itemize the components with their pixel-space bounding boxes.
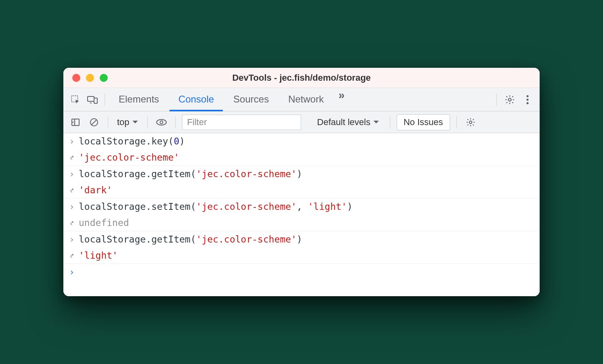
divider bbox=[108, 116, 108, 128]
divider bbox=[147, 116, 148, 128]
token-string: 'jec.color-scheme' bbox=[196, 169, 297, 179]
chevron-down-icon bbox=[132, 120, 138, 125]
console-line-content: 'jec.color-scheme' bbox=[79, 152, 179, 163]
tab-elements[interactable]: Elements bbox=[110, 88, 168, 111]
tab-sources[interactable]: Sources bbox=[224, 88, 278, 111]
divider bbox=[175, 116, 176, 128]
clear-console-icon[interactable] bbox=[87, 115, 101, 130]
svg-point-10 bbox=[160, 121, 163, 123]
console-input-row: ›localStorage.getItem('jec.color-scheme'… bbox=[63, 231, 540, 247]
output-chevron-icon: ‹● bbox=[69, 185, 79, 195]
token-default: , bbox=[297, 201, 308, 212]
token-default: ) bbox=[347, 201, 353, 212]
context-label: top bbox=[117, 117, 130, 128]
token-default: ) bbox=[179, 136, 185, 146]
titlebar: DevTools - jec.fish/demo/storage bbox=[63, 68, 540, 88]
svg-point-4 bbox=[526, 95, 528, 97]
token-default: ) bbox=[297, 169, 302, 179]
console-input-row: ›localStorage.setItem('jec.color-scheme'… bbox=[63, 199, 540, 215]
token-default: localStorage.key( bbox=[79, 136, 174, 146]
console-output[interactable]: ›localStorage.key(0)‹●'jec.color-scheme'… bbox=[63, 133, 540, 280]
levels-label: Default levels bbox=[317, 117, 371, 128]
kebab-menu-icon[interactable] bbox=[520, 92, 535, 107]
input-chevron-icon: › bbox=[69, 136, 79, 146]
console-settings-icon[interactable] bbox=[463, 115, 478, 130]
input-chevron-icon: › bbox=[69, 234, 79, 245]
settings-icon[interactable] bbox=[502, 92, 517, 107]
window-title: DevTools - jec.fish/demo/storage bbox=[63, 73, 540, 83]
console-line-content: localStorage.getItem('jec.color-scheme') bbox=[79, 234, 302, 245]
svg-point-6 bbox=[526, 102, 528, 104]
svg-point-3 bbox=[509, 98, 511, 101]
main-tabbar: Elements Console Sources Network » bbox=[63, 88, 540, 111]
output-chevron-icon: ‹● bbox=[69, 152, 79, 163]
close-window-button[interactable] bbox=[72, 74, 80, 82]
issues-button[interactable]: No Issues bbox=[397, 114, 450, 130]
more-tabs-icon[interactable]: » bbox=[334, 88, 349, 103]
token-undef: undefined bbox=[79, 218, 129, 228]
console-output-row: ‹●undefined bbox=[63, 215, 540, 231]
tabbar-actions bbox=[494, 92, 535, 107]
live-expression-icon[interactable] bbox=[154, 115, 169, 130]
console-output-row: ‹●'light' bbox=[63, 247, 540, 264]
token-default: localStorage.setItem( bbox=[79, 201, 196, 212]
devtools-window: DevTools - jec.fish/demo/storage Element… bbox=[63, 68, 540, 296]
context-selector[interactable]: top bbox=[115, 115, 141, 129]
console-line-content: undefined bbox=[79, 218, 129, 228]
console-input-row: ›localStorage.key(0) bbox=[63, 133, 540, 149]
maximize-window-button[interactable] bbox=[100, 74, 108, 82]
token-string: 'light' bbox=[79, 250, 118, 261]
svg-point-11 bbox=[469, 121, 471, 123]
divider bbox=[456, 116, 457, 128]
token-default: ) bbox=[297, 234, 302, 245]
console-output-row: ‹●'jec.color-scheme' bbox=[63, 149, 540, 166]
token-string: 'jec.color-scheme' bbox=[196, 201, 297, 212]
token-string: 'light' bbox=[308, 201, 347, 212]
token-string: 'jec.color-scheme' bbox=[79, 152, 179, 163]
log-levels-selector[interactable]: Default levels bbox=[313, 115, 383, 129]
token-string: 'jec.color-scheme' bbox=[196, 234, 297, 245]
divider bbox=[105, 94, 105, 106]
prompt-chevron-icon: › bbox=[69, 267, 79, 277]
svg-rect-1 bbox=[88, 96, 94, 101]
device-mode-icon[interactable] bbox=[85, 92, 100, 107]
console-input-row: ›localStorage.getItem('jec.color-scheme'… bbox=[63, 166, 540, 182]
tab-network[interactable]: Network bbox=[279, 88, 333, 111]
traffic-lights bbox=[72, 74, 108, 82]
sidebar-toggle-icon[interactable] bbox=[68, 115, 83, 130]
input-chevron-icon: › bbox=[69, 201, 79, 212]
token-num: 0 bbox=[174, 136, 179, 146]
svg-point-5 bbox=[526, 98, 528, 100]
console-line-content: localStorage.getItem('jec.color-scheme') bbox=[79, 169, 302, 179]
console-line-content: 'dark' bbox=[79, 185, 112, 195]
console-line-content: localStorage.setItem('jec.color-scheme',… bbox=[79, 201, 353, 212]
console-prompt-row: › bbox=[63, 264, 540, 280]
output-chevron-icon: ‹● bbox=[69, 250, 79, 261]
minimize-window-button[interactable] bbox=[86, 74, 94, 82]
output-chevron-icon: ‹● bbox=[69, 218, 79, 228]
token-default: localStorage.getItem( bbox=[79, 234, 196, 245]
tab-strip: Elements Console Sources Network » bbox=[110, 88, 492, 111]
console-toolbar: top Default levels No Issues bbox=[63, 111, 540, 133]
console-output-row: ‹●'dark' bbox=[63, 182, 540, 199]
token-string: 'dark' bbox=[79, 185, 112, 195]
inspect-element-icon[interactable] bbox=[68, 92, 83, 107]
console-line-content: 'light' bbox=[79, 250, 118, 261]
token-default: localStorage.getItem( bbox=[79, 169, 196, 179]
console-footer bbox=[63, 280, 540, 296]
filter-input[interactable] bbox=[182, 115, 301, 130]
divider bbox=[496, 94, 497, 106]
svg-rect-2 bbox=[94, 98, 97, 103]
tab-console[interactable]: Console bbox=[170, 88, 223, 111]
chevron-down-icon bbox=[373, 120, 379, 125]
svg-point-9 bbox=[157, 119, 166, 125]
input-chevron-icon: › bbox=[69, 169, 79, 179]
console-line-content: localStorage.key(0) bbox=[79, 136, 185, 146]
divider bbox=[390, 116, 390, 128]
